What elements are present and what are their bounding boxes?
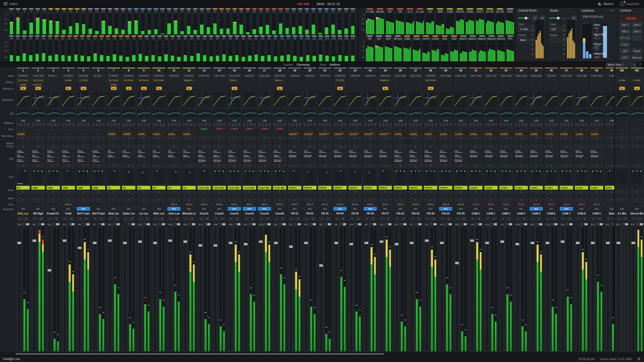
- vca-assign[interactable]: [16, 202, 30, 206]
- vca-assign[interactable]: VCA 5: [560, 202, 573, 206]
- dynamics-row[interactable]: [363, 91, 378, 108]
- pan-knob[interactable]: [550, 223, 553, 226]
- pan-knob[interactable]: [445, 223, 448, 226]
- fader-handle[interactable]: [515, 243, 519, 245]
- channel-name[interactable]: Court6: [273, 211, 286, 216]
- talk-button[interactable]: Talk: [333, 119, 347, 122]
- aux-send[interactable]: WFeed: [364, 154, 377, 157]
- effects-row[interactable]: [408, 78, 423, 86]
- input-row[interactable]: 3:BlckmD: [136, 73, 151, 78]
- vca-assign[interactable]: [77, 202, 90, 206]
- dynamics-row[interactable]: [46, 91, 61, 108]
- iso-button[interactable]: ISO: [303, 207, 316, 211]
- vca-assign[interactable]: VCA 3: [379, 202, 392, 206]
- pan-pad[interactable]: [273, 168, 286, 185]
- strip-header[interactable]: 30: [453, 67, 468, 73]
- effects-row[interactable]: [529, 78, 544, 86]
- eq-row[interactable]: [46, 108, 61, 118]
- effects-row[interactable]: [46, 78, 61, 86]
- fader-track[interactable]: [170, 227, 171, 351]
- mute-button[interactable]: M: [582, 217, 587, 220]
- talk-target-4[interactable]: 4: [540, 123, 543, 126]
- effect-plugin[interactable]: De-Esser: [16, 78, 30, 82]
- control-button--[interactable]: ---: [632, 35, 642, 40]
- talk-target-3[interactable]: 3: [582, 123, 585, 126]
- pan-knob[interactable]: [505, 223, 508, 226]
- subs-assign[interactable]: Court Mic: [273, 186, 286, 190]
- mute-button[interactable]: M: [521, 217, 527, 220]
- matrix-add-button[interactable]: +: [514, 145, 528, 148]
- matrix-add-button[interactable]: +: [630, 145, 643, 148]
- aux-send[interactable]: REP⊦: [47, 158, 60, 162]
- subs-assign[interactable]: AMB: [31, 186, 45, 190]
- aux-send[interactable]: ENG: [62, 149, 75, 153]
- talk-target-4[interactable]: 4: [298, 123, 301, 126]
- fader-handle[interactable]: [93, 242, 97, 244]
- channel-name[interactable]: 5.1 Mix: [616, 211, 629, 216]
- dynamics-graph[interactable]: [62, 91, 75, 108]
- eq-row[interactable]: [151, 108, 166, 118]
- vca-assign[interactable]: VCA 5: [499, 202, 513, 206]
- effects-row[interactable]: [197, 78, 212, 86]
- aux-send[interactable]: REP: [77, 158, 90, 162]
- afv-assign[interactable]: ---: [92, 127, 105, 131]
- talk-target-2[interactable]: 2: [473, 123, 476, 126]
- channel-name[interactable]: Field: [62, 211, 75, 216]
- channel-name[interactable]: CAM 6: [545, 211, 558, 216]
- matrix-add-button[interactable]: +: [424, 145, 437, 148]
- talk-button[interactable]: Talk: [409, 119, 422, 122]
- pan-pad[interactable]: [545, 168, 558, 185]
- fader-track[interactable]: [562, 227, 563, 351]
- pan-pad[interactable]: [424, 168, 437, 185]
- input-row[interactable]: 57:BlckD: [106, 73, 121, 78]
- fader-handle[interactable]: [259, 241, 263, 243]
- aux-add-button[interactable]: +: [16, 164, 30, 167]
- talk-target-3[interactable]: 3: [461, 123, 464, 126]
- talk-target-1[interactable]: 1: [439, 123, 442, 126]
- effects-in-button[interactable]: In: [428, 87, 433, 90]
- vca-assign[interactable]: [122, 202, 135, 206]
- effect-plugin[interactable]: FL GEQ: [77, 78, 90, 82]
- fader-track[interactable]: [366, 227, 367, 351]
- eq-graph[interactable]: [379, 109, 392, 118]
- fader-track[interactable]: [94, 227, 95, 351]
- afv-assign[interactable]: CAM 6: [273, 127, 286, 130]
- mute-button[interactable]: M: [491, 217, 497, 220]
- talk-target-4[interactable]: 4: [87, 123, 90, 126]
- mute-button[interactable]: M: [114, 217, 119, 220]
- effects-in-button[interactable]: In: [126, 87, 132, 90]
- strip-header[interactable]: 20: [302, 67, 317, 73]
- solo-button[interactable]: S: [289, 217, 294, 220]
- talk-button[interactable]: Talk: [167, 119, 181, 122]
- fader-track[interactable]: [577, 227, 578, 351]
- subs-assign[interactable]: AMB: [47, 186, 60, 190]
- afv-assign[interactable]: ---: [62, 127, 75, 131]
- input-row[interactable]: 4:BD,5:BD: [529, 73, 544, 78]
- effects-row[interactable]: [212, 78, 227, 86]
- subs-assign[interactable]: DXFX: [605, 186, 614, 190]
- pan-pad[interactable]: [17, 168, 29, 185]
- talk-target-3[interactable]: 3: [371, 123, 374, 126]
- fader-handle[interactable]: [531, 242, 534, 244]
- aux-add-button[interactable]: +: [439, 164, 452, 167]
- talk-target-3[interactable]: 3: [446, 123, 449, 126]
- solo-button[interactable]: S: [631, 217, 637, 220]
- talk-target-2[interactable]: 2: [201, 123, 204, 126]
- subs-assign[interactable]: CAM's: [560, 186, 573, 190]
- input-row[interactable]: 1:BD,2:BD: [393, 73, 408, 78]
- matrix-add-button[interactable]: +: [530, 145, 543, 148]
- input-patch[interactable]: 6:BlckmD: [364, 73, 377, 77]
- mute-button[interactable]: M: [129, 217, 135, 220]
- dynamics-graph[interactable]: [439, 91, 452, 108]
- subs-add-button[interactable]: +: [31, 190, 45, 194]
- iso-button[interactable]: ISO: [454, 207, 467, 211]
- effects-in-button[interactable]: In: [20, 87, 26, 90]
- main-add-button[interactable]: +: [92, 198, 105, 202]
- dynamics-graph[interactable]: [530, 91, 543, 108]
- mix-minus-send[interactable]: CAMS: [439, 131, 452, 135]
- talk-target-1[interactable]: 1: [318, 123, 321, 126]
- afv-assign[interactable]: ---: [394, 127, 407, 131]
- input-patch[interactable]: 1:BD,2:BD: [228, 73, 241, 77]
- pan-knob[interactable]: [596, 223, 598, 226]
- aux-send[interactable]: WFeed⊦: [484, 154, 498, 157]
